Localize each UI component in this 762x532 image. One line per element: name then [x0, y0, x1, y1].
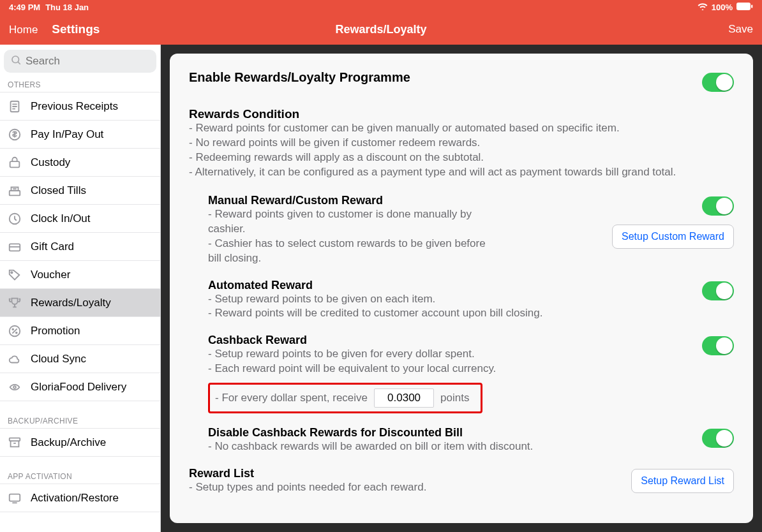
sidebar-item-previous-receipts[interactable]: Previous Receipts: [0, 92, 160, 121]
percent-icon: [6, 323, 23, 339]
device-icon: [6, 490, 23, 506]
page-title: Rewards/Loyalty: [0, 23, 762, 36]
status-bar: 4:49 PM Thu 18 Jan 100%: [0, 0, 762, 14]
svg-point-2: [12, 56, 19, 63]
sidebar-item-voucher[interactable]: Voucher: [0, 261, 160, 289]
wifi-icon: [698, 3, 708, 12]
cashback-reward-title: Cashback Reward: [208, 334, 693, 347]
lock-icon: [6, 154, 23, 171]
battery-icon: [736, 3, 753, 12]
svg-rect-0: [736, 3, 751, 10]
section-activation: APP ACTIVATION: [0, 457, 160, 484]
svg-point-14: [13, 386, 16, 388]
setup-custom-reward-button[interactable]: Setup Custom Reward: [612, 225, 734, 249]
sidebar-item-rewards[interactable]: Rewards/Loyalty: [0, 289, 160, 317]
sidebar-item-gloriafood[interactable]: GloriaFood Delivery: [0, 373, 160, 401]
sidebar: OTHERS Previous Receipts Pay In/Pay Out …: [0, 45, 161, 532]
disable-cashback-toggle[interactable]: [702, 429, 734, 448]
manual-reward-desc: - Reward points given to customer is don…: [208, 207, 502, 266]
cashback-callout-pre: - For every dollar spent, receive: [215, 392, 368, 404]
sidebar-item-promotion[interactable]: Promotion: [0, 317, 160, 345]
sidebar-item-custody[interactable]: Custody: [0, 149, 160, 177]
sidebar-item-label: Closed Tills: [31, 184, 86, 197]
sidebar-item-label: Previous Receipts: [31, 100, 118, 113]
enable-rewards-title: Enable Rewards/Loyalty Programme: [189, 70, 693, 85]
status-time: 4:49 PM: [9, 3, 40, 12]
rewards-condition-title: Rewards Condition: [189, 107, 734, 121]
automated-reward-toggle[interactable]: [702, 281, 734, 300]
cashback-reward-toggle[interactable]: [702, 336, 734, 355]
sidebar-item-label: Backup/Archive: [31, 436, 106, 449]
section-others: OTHERS: [0, 77, 160, 92]
rewards-condition-desc: - Reward points for customer can be give…: [189, 121, 734, 180]
sidebar-item-label: Activation/Restore: [31, 492, 119, 505]
sidebar-item-label: GloriaFood Delivery: [31, 381, 126, 394]
manual-reward-title: Manual Reward/Custom Reward: [208, 194, 603, 207]
cloud-icon: [6, 351, 23, 367]
svg-rect-1: [751, 4, 752, 8]
cashback-points-input[interactable]: [374, 388, 434, 408]
reward-list-desc: - Setup types and points needed for each…: [189, 480, 622, 495]
gift-icon: [6, 239, 23, 255]
reward-list-title: Reward List: [189, 467, 622, 480]
disable-cashback-desc: - No cashback rewards will be awarded on…: [208, 440, 693, 454]
cashback-reward-desc: - Setup reward points to be given for ev…: [208, 347, 693, 376]
sidebar-item-gift-card[interactable]: Gift Card: [0, 233, 160, 261]
tag-icon: [6, 267, 23, 283]
sidebar-item-label: Cloud Sync: [31, 353, 86, 366]
sidebar-item-pay-in-out[interactable]: Pay In/Pay Out: [0, 121, 160, 149]
nav-settings[interactable]: Settings: [52, 22, 100, 36]
battery-percent: 100%: [712, 3, 733, 12]
search-input[interactable]: [26, 55, 161, 68]
sidebar-item-label: Voucher: [31, 269, 70, 281]
archive-icon: [6, 434, 23, 451]
svg-point-10: [11, 272, 12, 273]
clock-icon: [6, 211, 23, 227]
svg-rect-16: [10, 494, 20, 501]
sidebar-item-label: Rewards/Loyalty: [31, 297, 111, 309]
enable-rewards-toggle[interactable]: [702, 73, 734, 92]
sidebar-item-clock[interactable]: Clock In/Out: [0, 205, 160, 233]
disable-cashback-title: Disable Cashback Rewards for Discounted …: [208, 426, 693, 440]
manual-reward-toggle[interactable]: [702, 196, 734, 216]
svg-rect-6: [10, 161, 20, 167]
search-field[interactable]: [4, 50, 156, 73]
delivery-icon: [6, 379, 23, 395]
svg-rect-7: [10, 191, 20, 195]
svg-line-3: [18, 62, 20, 64]
save-button[interactable]: Save: [728, 23, 762, 36]
content: Enable Rewards/Loyalty Programme Rewards…: [161, 45, 762, 532]
sidebar-item-label: Pay In/Pay Out: [31, 128, 103, 141]
svg-point-13: [16, 332, 17, 333]
sidebar-item-label: Gift Card: [31, 240, 74, 253]
automated-reward-desc: - Setup reward points to be given on eac…: [208, 292, 693, 321]
cashback-callout-post: points: [440, 392, 469, 404]
sidebar-item-activation[interactable]: Activation/Restore: [0, 484, 160, 512]
trophy-icon: [6, 295, 23, 311]
sidebar-item-closed-tills[interactable]: Closed Tills: [0, 177, 160, 205]
sidebar-item-label: Promotion: [31, 325, 80, 337]
cashback-callout: - For every dollar spent, receive points: [208, 383, 482, 413]
setup-reward-list-button[interactable]: Setup Reward List: [631, 469, 734, 493]
svg-rect-15: [10, 438, 20, 441]
search-icon: [10, 54, 22, 68]
automated-reward-title: Automated Reward: [208, 279, 693, 292]
sidebar-item-cloud-sync[interactable]: Cloud Sync: [0, 345, 160, 373]
nav-home[interactable]: Home: [9, 24, 38, 36]
sidebar-item-backup[interactable]: Backup/Archive: [0, 429, 160, 457]
cash-icon: [6, 126, 23, 143]
sidebar-item-label: Clock In/Out: [31, 212, 91, 225]
nav-bar: Home Settings Rewards/Loyalty Save: [0, 14, 762, 45]
till-icon: [6, 182, 23, 199]
section-backup: BACKUP/ARCHIVE: [0, 401, 160, 429]
svg-point-12: [12, 329, 13, 330]
receipt-icon: [6, 98, 23, 115]
settings-card: Enable Rewards/Loyalty Programme Rewards…: [170, 54, 753, 523]
status-date: Thu 18 Jan: [45, 3, 89, 12]
sidebar-item-label: Custody: [31, 156, 70, 169]
